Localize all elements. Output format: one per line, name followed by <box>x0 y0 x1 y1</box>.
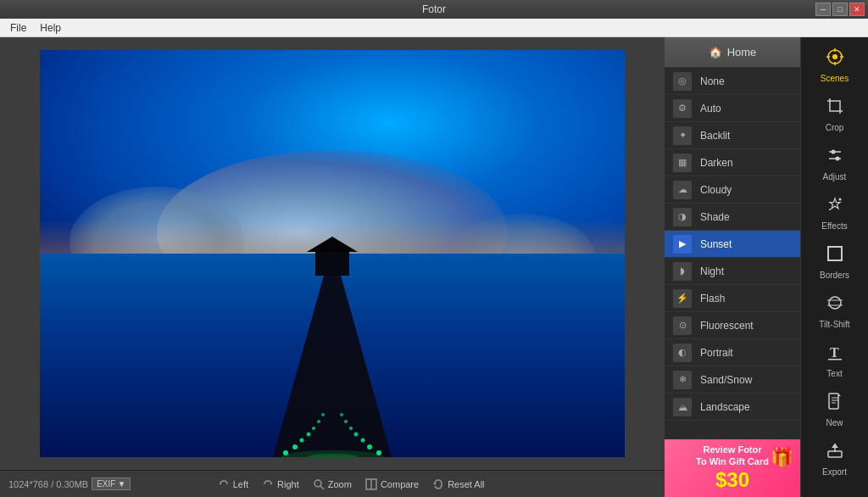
svg-point-8 <box>317 420 320 423</box>
scene-icon-portrait: ◐ <box>673 343 692 362</box>
menu-file[interactable]: File <box>3 20 33 36</box>
rotate-right-button[interactable]: Right <box>262 478 299 490</box>
scene-item-none[interactable]: ◎None <box>665 68 800 95</box>
svg-rect-43 <box>828 359 842 360</box>
scene-label-auto: Auto <box>700 103 721 114</box>
tool-icon-new <box>826 392 844 415</box>
scene-item-auto[interactable]: ⚙Auto <box>665 95 800 122</box>
minimize-button[interactable]: ─ <box>815 3 831 16</box>
scene-item-sunset[interactable]: ▶Sunset <box>665 231 800 258</box>
compare-label: Compare <box>381 479 419 489</box>
compare-button[interactable]: Compare <box>365 478 419 490</box>
tool-item-crop[interactable]: Crop <box>804 91 865 138</box>
svg-point-35 <box>835 157 839 161</box>
scene-item-cloudy[interactable]: ☁Cloudy <box>665 176 800 204</box>
scene-label-shade: Shade <box>700 211 730 223</box>
ad-banner[interactable]: 🎁 Review Fotor To Win Gift Card $30 <box>665 439 800 497</box>
rotate-left-button[interactable]: Left <box>218 478 248 490</box>
tool-item-export[interactable]: Export <box>804 435 865 483</box>
scene-label-sand-snow: Sand/Snow <box>700 374 752 386</box>
scenes-panel: 🏠 Home ◎None⚙Auto✦Backlit▦Darken☁Cloudy◑… <box>665 37 800 497</box>
scene-item-fluorescent[interactable]: ⊙Fluorescent <box>665 312 800 339</box>
tool-item-adjust[interactable]: Adjust <box>804 140 865 187</box>
scene-label-darken: Darken <box>700 157 733 169</box>
svg-point-37 <box>829 209 831 210</box>
titlebar: Fotor ─ □ ✕ <box>0 0 868 19</box>
tool-label-new: New <box>826 418 843 427</box>
svg-marker-25 <box>433 482 436 485</box>
scene-icon-flash: ⚡ <box>673 289 692 308</box>
svg-point-12 <box>361 438 365 443</box>
svg-point-11 <box>367 444 372 450</box>
tool-icon-scenes <box>826 47 844 70</box>
tool-icon-text: T <box>826 343 844 366</box>
maximize-button[interactable]: □ <box>832 3 848 16</box>
tool-item-tilt-shift[interactable]: Tilt-Shift <box>804 288 865 335</box>
zoom-button[interactable]: Zoom <box>313 478 352 490</box>
scene-icon-sand-snow: ❄ <box>673 371 692 389</box>
scene-item-landscape[interactable]: ⛰Landscape <box>665 394 800 421</box>
scene-item-shade[interactable]: ◑Shade <box>665 204 800 231</box>
scene-item-backlit[interactable]: ✦Backlit <box>665 122 800 149</box>
reset-button[interactable]: Reset All <box>432 478 484 490</box>
scene-icon-cloudy: ☁ <box>673 181 692 199</box>
scene-label-night: Night <box>700 265 724 277</box>
svg-point-9 <box>321 413 325 416</box>
toolbar-bottom: 1024*768 / 0.30MB EXIF ▼ Left Right Zoom <box>0 470 665 497</box>
image-container <box>0 37 665 470</box>
reset-icon <box>432 478 444 490</box>
menu-help[interactable]: Help <box>33 20 68 36</box>
tool-label-export: Export <box>822 467 847 477</box>
tool-item-effects[interactable]: Effects <box>804 189 865 237</box>
right-panel: 🏠 Home ◎None⚙Auto✦Backlit▦Darken☁Cloudy◑… <box>665 37 868 497</box>
tool-label-borders: Borders <box>820 271 849 280</box>
rotate-right-label: Right <box>277 479 299 489</box>
svg-point-4 <box>292 444 298 450</box>
tool-icon-tilt-shift <box>826 293 844 316</box>
compare-icon <box>365 478 377 490</box>
tool-item-borders[interactable]: Borders <box>804 238 865 286</box>
rotate-right-icon <box>262 478 274 490</box>
reset-label: Reset All <box>448 479 484 489</box>
svg-point-39 <box>829 297 841 309</box>
scene-label-backlit: Backlit <box>700 130 730 142</box>
scene-label-portrait: Portrait <box>700 347 733 359</box>
ad-line1: Review Fotor <box>703 444 761 455</box>
svg-rect-1 <box>315 252 349 276</box>
svg-marker-50 <box>832 444 838 448</box>
svg-point-7 <box>312 427 315 430</box>
svg-point-21 <box>314 480 321 487</box>
scene-icon-darken: ▦ <box>673 154 692 172</box>
scene-icon-landscape: ⛰ <box>673 398 692 416</box>
scene-item-sand-snow[interactable]: ❄Sand/Snow <box>665 366 800 394</box>
tool-icon-adjust <box>826 146 844 169</box>
close-button[interactable]: ✕ <box>849 3 865 16</box>
exif-button[interactable]: EXIF ▼ <box>92 477 131 490</box>
ad-line2: To Win Gift Card <box>696 456 769 466</box>
scene-icon-none: ◎ <box>673 72 692 91</box>
toolbar-left: 1024*768 / 0.30MB EXIF ▼ <box>8 477 131 490</box>
main-layout: 1024*768 / 0.30MB EXIF ▼ Left Right Zoom <box>0 37 868 497</box>
scene-label-flash: Flash <box>700 293 725 304</box>
scene-item-flash[interactable]: ⚡Flash <box>665 285 800 312</box>
svg-marker-0 <box>273 245 392 457</box>
svg-line-22 <box>320 486 324 489</box>
scene-item-night[interactable]: ◗Night <box>665 258 800 285</box>
canvas-area: 1024*768 / 0.30MB EXIF ▼ Left Right Zoom <box>0 37 665 497</box>
tool-item-new[interactable]: New <box>804 386 865 433</box>
scene-item-portrait[interactable]: ◐Portrait <box>665 339 800 366</box>
scene-label-none: None <box>700 75 725 87</box>
tool-item-scenes[interactable]: Scenes <box>804 42 865 89</box>
svg-point-27 <box>832 54 837 59</box>
home-button[interactable]: 🏠 Home <box>665 37 800 68</box>
ad-price: $30 <box>715 468 749 492</box>
window-controls[interactable]: ─ □ ✕ <box>815 3 865 16</box>
scene-icon-auto: ⚙ <box>673 99 692 118</box>
scene-icon-night: ◗ <box>673 262 692 281</box>
tool-label-adjust: Adjust <box>823 172 847 181</box>
photo-canvas <box>40 50 625 457</box>
scene-item-darken[interactable]: ▦Darken <box>665 149 800 176</box>
svg-rect-38 <box>828 247 842 260</box>
svg-rect-48 <box>828 451 842 457</box>
tool-item-text[interactable]: TText <box>804 337 865 384</box>
